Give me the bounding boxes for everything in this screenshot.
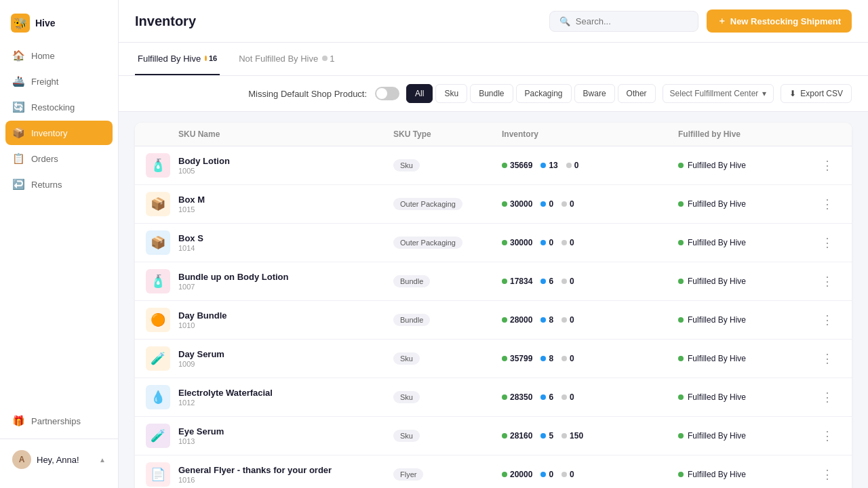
sidebar-user[interactable]: A Hey, Anna! ▲ — [5, 445, 113, 474]
inventory-cell: 28000 8 0 — [502, 315, 678, 325]
filter-btn-sku[interactable]: Sku — [435, 84, 467, 103]
fulfillment-center-select[interactable]: Select Fulfillment Center ▾ — [663, 84, 774, 103]
search-input[interactable] — [576, 16, 688, 26]
fulfilled-label: Fulfilled By Hive — [688, 199, 746, 209]
sidebar-item-inventory[interactable]: 📦Inventory — [5, 121, 113, 145]
inv-item-green: 35799 — [502, 354, 532, 363]
sku-type-badge: Outer Packaging — [393, 237, 462, 249]
row-more-button[interactable]: ⋮ — [814, 426, 841, 446]
product-sku-id: 1014 — [178, 244, 393, 252]
product-info: Electrolyte Waterfacial 1012 — [178, 388, 393, 407]
new-restocking-button[interactable]: ＋ New Restocking Shipment — [707, 9, 852, 33]
sku-type-badge: Sku — [393, 430, 420, 442]
fulfilled-dot — [678, 472, 684, 477]
filter-btn-packaging[interactable]: Packaging — [516, 84, 572, 103]
download-icon: ⬇ — [789, 89, 796, 98]
inv-item-green: 30000 — [502, 238, 532, 247]
fulfilled-cell: Fulfilled By Hive — [678, 392, 814, 402]
dot-gray — [561, 472, 567, 477]
sidebar-item-restocking[interactable]: 🔄Restocking — [5, 95, 113, 119]
sku-type-badge: Flyer — [393, 468, 423, 481]
inv-item-blue: 0 — [540, 238, 553, 247]
inv-item-gray: 0 — [561, 315, 574, 325]
sidebar-logo: 🐝 Hive — [0, 8, 118, 43]
search-box[interactable]: 🔍 — [549, 11, 698, 32]
dot-blue — [540, 240, 546, 245]
fulfilled-dot — [678, 317, 684, 323]
dot-green — [502, 394, 507, 400]
table-header: SKU Name SKU Type Inventory Fulfilled by… — [135, 123, 852, 146]
dot-green — [502, 201, 507, 207]
filter-btn-all[interactable]: All — [406, 84, 433, 103]
dot-blue — [540, 394, 546, 400]
sidebar-item-orders[interactable]: 📋Orders — [5, 146, 113, 171]
fulfilled-dot — [678, 279, 684, 284]
product-name: Bundle up on Body Lotion — [178, 272, 393, 282]
dot-gray — [561, 317, 567, 323]
missing-toggle[interactable] — [375, 87, 399, 100]
row-more-button[interactable]: ⋮ — [814, 232, 841, 253]
inv-item-blue: 8 — [540, 354, 553, 363]
export-label: Export CSV — [800, 89, 843, 98]
sidebar-item-partnerships[interactable]: 🎁 Partnerships — [5, 409, 113, 433]
table-container: SKU Name SKU Type Inventory Fulfilled by… — [119, 112, 868, 488]
inv-item-blue: 13 — [540, 161, 557, 170]
product-sku-id: 1007 — [178, 283, 393, 291]
inv-item-gray: 0 — [561, 392, 574, 402]
product-name: Box M — [178, 195, 393, 205]
product-thumbnail: 📦 — [146, 192, 170, 216]
logo-text: Hive — [35, 18, 56, 28]
table-row: 🟠 Day Bundle 1010 Bundle 28000 8 0 Fulfi… — [135, 301, 852, 340]
table-row: 💧 Electrolyte Waterfacial 1012 Sku 28350… — [135, 378, 852, 417]
search-icon: 🔍 — [559, 16, 570, 26]
fulfilled-dot — [678, 433, 684, 439]
sidebar-item-returns[interactable]: ↩️Returns — [5, 172, 113, 197]
row-more-button[interactable]: ⋮ — [814, 271, 841, 291]
inv-item-green: 20000 — [502, 470, 532, 479]
dot-green — [502, 163, 507, 168]
product-sku-id: 1009 — [178, 360, 393, 368]
filter-btn-bundle[interactable]: Bundle — [470, 84, 513, 103]
dot-blue — [540, 279, 546, 284]
tab-fulfilled[interactable]: Fulfilled By Hive 16 — [135, 43, 220, 75]
sidebar-item-home[interactable]: 🏠Home — [5, 43, 113, 68]
row-more-button[interactable]: ⋮ — [814, 194, 841, 214]
row-more-button[interactable]: ⋮ — [814, 348, 841, 369]
fulfilled-label: Fulfilled By Hive — [688, 315, 746, 325]
fulfilled-cell: Fulfilled By Hive — [678, 431, 814, 441]
row-more-button[interactable]: ⋮ — [814, 387, 841, 407]
sidebar-item-returns-label: Returns — [31, 180, 62, 190]
fulfilled-cell: Fulfilled By Hive — [678, 238, 814, 247]
row-more-button[interactable]: ⋮ — [814, 155, 841, 176]
inv-item-gray: 0 — [561, 238, 574, 247]
row-more-button[interactable]: ⋮ — [814, 464, 841, 485]
fulfilled-dot — [678, 394, 684, 400]
inv-item-blue: 6 — [540, 392, 553, 402]
fulfilled-cell: Fulfilled By Hive — [678, 315, 814, 325]
fulfilled-cell: Fulfilled By Hive — [678, 354, 814, 363]
product-info: Body Lotion 1005 — [178, 156, 393, 175]
toggle-knob — [376, 88, 387, 99]
sidebar-item-home-label: Home — [31, 51, 55, 61]
dot-blue — [540, 201, 546, 207]
fulfilled-dot — [678, 240, 684, 245]
filter-btn-bware[interactable]: Bware — [574, 84, 615, 103]
fulfilled-label: Fulfilled By Hive — [688, 470, 746, 479]
table-row: 🧴 Bundle up on Body Lotion 1007 Bundle 1… — [135, 262, 852, 301]
row-more-button[interactable]: ⋮ — [814, 310, 841, 330]
sidebar-item-freight[interactable]: 🚢Freight — [5, 69, 113, 94]
logo-icon: 🐝 — [11, 14, 30, 33]
dot-green — [502, 279, 507, 284]
inv-item-gray: 0 — [561, 277, 574, 286]
tab-not-fulfilled[interactable]: Not Fulfilled By Hive 1 — [236, 44, 337, 75]
inv-item-green: 28160 — [502, 431, 532, 441]
filter-type-group: AllSkuBundlePackagingBwareOther — [406, 84, 655, 103]
filter-btn-other[interactable]: Other — [618, 84, 656, 103]
inv-item-blue: 0 — [540, 470, 553, 479]
dot-gray — [561, 356, 567, 361]
sku-type-badge: Sku — [393, 391, 420, 403]
export-csv-button[interactable]: ⬇ Export CSV — [781, 84, 852, 103]
product-info: Eye Serum 1013 — [178, 426, 393, 445]
tab-not-fulfilled-badge: 1 — [322, 54, 334, 64]
table-row: 🧴 Body Lotion 1005 Sku 35669 13 0 Fulfil… — [135, 146, 852, 185]
